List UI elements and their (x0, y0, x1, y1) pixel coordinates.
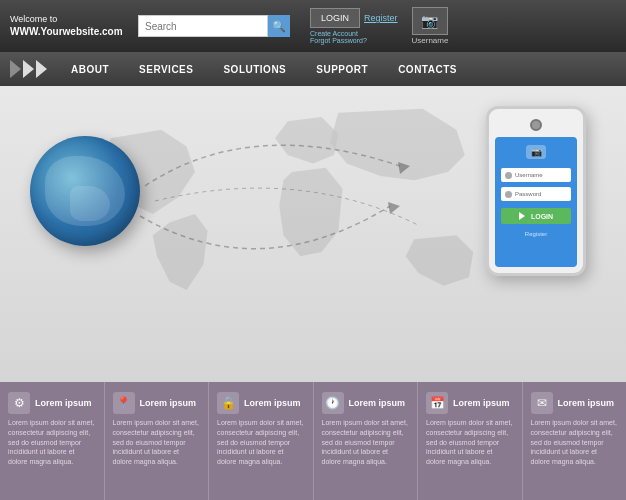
email-icon: ✉ (531, 392, 553, 414)
card-4-header: 🕐 Lorem ipsum (322, 392, 410, 414)
site-url: WWW.Yourwebsite.com (10, 25, 130, 38)
auth-top: LOGIN Register (310, 8, 398, 28)
card-6: ✉ Lorem ipsum Lorem ipsum dolor sit amet… (523, 382, 627, 500)
lock-icon: 🔒 (217, 392, 239, 414)
phone-password-label: Password (515, 191, 541, 197)
nav-services[interactable]: SERVICES (125, 59, 207, 80)
phone-lock-icon (505, 191, 512, 198)
card-1-title: Lorem ipsum (35, 398, 92, 408)
username-label: Username (412, 36, 449, 45)
footer-cards: ⚙ Lorem ipsum Lorem ipsum dolor sit amet… (0, 382, 626, 500)
nav-items: ABOUT SERVICES SoLutiONS SUPPORT CONTACT… (57, 59, 626, 80)
card-2-title: Lorem ipsum (140, 398, 197, 408)
site-title: Welcome to WWW.Yourwebsite.com (10, 14, 130, 39)
card-4-title: Lorem ipsum (349, 398, 406, 408)
card-5-text: Lorem ipsum dolor sit amet, consectetur … (426, 418, 514, 467)
navigation: ABOUT SERVICES SoLutiONS SUPPORT CONTACT… (0, 52, 626, 86)
create-account-link[interactable]: Create Account (310, 30, 398, 37)
nav-contacts[interactable]: CONTACTS (384, 59, 471, 80)
card-6-text: Lorem ipsum dolor sit amet, consectetur … (531, 418, 619, 467)
card-3: 🔒 Lorem ipsum Lorem ipsum dolor sit amet… (209, 382, 314, 500)
phone-login-button[interactable]: LOGIN (501, 208, 571, 224)
user-section: 📷 Username (412, 7, 449, 45)
header: Welcome to WWW.Yourwebsite.com 🔍 LOGIN R… (0, 0, 626, 52)
card-2-header: 📍 Lorem ipsum (113, 392, 201, 414)
phone-password-field: Password (501, 187, 571, 201)
card-4: 🕐 Lorem ipsum Lorem ipsum dolor sit amet… (314, 382, 419, 500)
main-content: 📷 Username Password LOGIN Register (0, 86, 626, 382)
phone-login-label: LOGIN (531, 213, 553, 220)
card-3-title: Lorem ipsum (244, 398, 301, 408)
auth-links: Create Account Forgot Password? (310, 30, 398, 44)
gear-icon: ⚙ (8, 392, 30, 414)
login-button[interactable]: LOGIN (310, 8, 360, 28)
card-5-header: 📅 Lorem ipsum (426, 392, 514, 414)
welcome-text: Welcome to (10, 14, 130, 26)
card-2: 📍 Lorem ipsum Lorem ipsum dolor sit amet… (105, 382, 210, 500)
calendar-icon: 📅 (426, 392, 448, 414)
location-icon: 📍 (113, 392, 135, 414)
globe-circle (30, 136, 140, 246)
phone-mockup: 📷 Username Password LOGIN Register (486, 106, 586, 276)
arrow-icon-3 (36, 60, 47, 78)
arrow-icon-1 (10, 60, 21, 78)
card-3-header: 🔒 Lorem ipsum (217, 392, 305, 414)
nav-support[interactable]: SUPPORT (302, 59, 382, 80)
phone-camera (530, 119, 542, 131)
globe (30, 136, 140, 246)
card-1-header: ⚙ Lorem ipsum (8, 392, 96, 414)
card-5-title: Lorem ipsum (453, 398, 510, 408)
phone-camera-icon: 📷 (526, 145, 546, 159)
phone-user-icon (505, 172, 512, 179)
nav-arrows (10, 60, 47, 78)
search-bar: 🔍 (138, 15, 298, 37)
search-input[interactable] (138, 15, 268, 37)
search-button[interactable]: 🔍 (268, 15, 290, 37)
nav-about[interactable]: ABOUT (57, 59, 123, 80)
card-5: 📅 Lorem ipsum Lorem ipsum dolor sit amet… (418, 382, 523, 500)
card-6-header: ✉ Lorem ipsum (531, 392, 619, 414)
phone-register-link[interactable]: Register (525, 231, 547, 237)
card-3-text: Lorem ipsum dolor sit amet, consectetur … (217, 418, 305, 467)
arrow-icon-2 (23, 60, 34, 78)
phone-username-field: Username (501, 168, 571, 182)
nav-solutions[interactable]: SoLutiONS (209, 59, 300, 80)
card-6-title: Lorem ipsum (558, 398, 615, 408)
card-1: ⚙ Lorem ipsum Lorem ipsum dolor sit amet… (0, 382, 105, 500)
phone-login-arrow-icon (519, 212, 525, 220)
card-4-text: Lorem ipsum dolor sit amet, consectetur … (322, 418, 410, 467)
phone-username-label: Username (515, 172, 543, 178)
auth-section: LOGIN Register Create Account Forgot Pas… (310, 8, 398, 44)
phone-screen: 📷 Username Password LOGIN Register (495, 137, 577, 267)
card-1-text: Lorem ipsum dolor sit amet, consectetur … (8, 418, 96, 467)
user-avatar-box: 📷 (412, 7, 448, 35)
register-button[interactable]: Register (364, 13, 398, 23)
forgot-password-link[interactable]: Forgot Password? (310, 37, 398, 44)
card-2-text: Lorem ipsum dolor sit amet, consectetur … (113, 418, 201, 467)
clock-icon: 🕐 (322, 392, 344, 414)
globe-land-2 (70, 186, 110, 221)
